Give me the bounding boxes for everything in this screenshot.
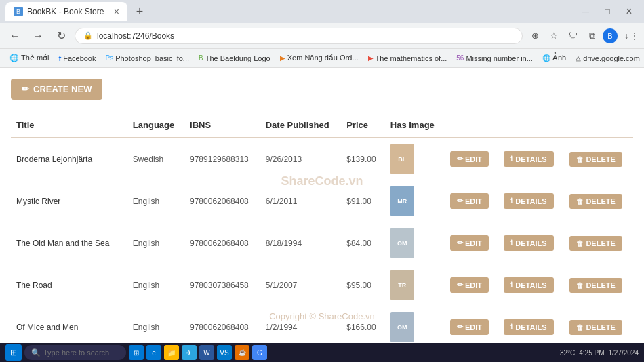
col-ibns: IBNS [184, 113, 260, 138]
details-button[interactable]: ℹ DETAILS [504, 151, 553, 167]
back-button[interactable]: ← [5, 26, 24, 45]
edit-icon: ✏ [457, 281, 463, 289]
bookmark-anh-label: Ảnh [552, 54, 566, 62]
col-price: Price [341, 113, 385, 138]
translate-icon[interactable]: ⊕ [527, 28, 543, 44]
active-tab[interactable]: B BookBK - Book Store × [5, 2, 127, 21]
refresh-button[interactable]: ↻ [52, 26, 71, 45]
cell-ibns: 9780062068408 [184, 222, 260, 264]
bookmark-baeldung[interactable]: B The Baeldung Logo [195, 53, 275, 64]
browser-controls: ← → ↻ 🔒 localhost:7246/Books ⊕ ☆ 🛡 ⧉ B ↓… [0, 23, 644, 49]
bookmarks-bar: 🌐 Thẻ mới f Facebook Ps Photoshop_basic_… [0, 49, 644, 68]
bookmark-icon-new: 🌐 [9, 54, 19, 62]
create-btn-label: CREATE NEW [33, 84, 92, 94]
download-icon[interactable]: ↓ [624, 31, 628, 41]
cell-language: English [127, 306, 184, 344]
new-tab-button[interactable]: + [130, 2, 149, 21]
bookmark-math[interactable]: ▶ The mathematics of... [364, 53, 451, 64]
bookmark-yt-icon: ▶ [280, 54, 285, 62]
taskbar-icon-telegram[interactable]: ✈ [182, 345, 197, 360]
delete-icon: 🗑 [576, 239, 584, 247]
details-button[interactable]: ℹ DETAILS [504, 193, 553, 209]
taskbar-date: 1/27/2024 [609, 349, 639, 357]
cell-ibns: 9780307386458 [184, 264, 260, 306]
settings-icon[interactable]: ⋮ [630, 31, 639, 41]
delete-icon: 🗑 [576, 155, 584, 163]
table-row: The Road English 9780307386458 5/1/2007 … [11, 264, 633, 306]
delete-button[interactable]: 🗑 DELETE [569, 194, 622, 209]
col-title: Title [11, 113, 127, 138]
details-icon: ℹ [510, 197, 513, 205]
cell-price: $91.00 [341, 180, 385, 222]
shield-icon[interactable]: 🛡 [565, 28, 581, 44]
details-icon: ℹ [510, 281, 513, 289]
taskbar-icon-word[interactable]: W [199, 345, 214, 360]
minimize-button[interactable]: ─ [576, 2, 595, 21]
bookmark-label: Thẻ mới [21, 54, 49, 62]
col-delete [564, 113, 633, 138]
delete-button[interactable]: 🗑 DELETE [569, 320, 622, 335]
start-button[interactable]: ⊞ [5, 344, 22, 361]
taskbar-search-bar[interactable]: 🔍 [24, 345, 126, 360]
book-cover-image: OM [397, 240, 407, 247]
edit-icon: ✏ [457, 323, 463, 331]
delete-icon: 🗑 [576, 281, 584, 289]
bookmark-xem[interactable]: ▶ Xem Nâng dầu Ord... [276, 52, 363, 64]
delete-button[interactable]: 🗑 DELETE [569, 152, 622, 167]
cell-title: Of Mice and Men [11, 306, 127, 344]
taskbar-icon-chrome[interactable]: G [252, 345, 267, 360]
edit-button[interactable]: ✏ EDIT [450, 193, 489, 209]
taskbar-icon-edge[interactable]: e [146, 345, 161, 360]
book-cover-image: MR [397, 198, 407, 205]
bookmark-anh[interactable]: 🌐 Ảnh [538, 52, 570, 64]
bookmark-photoshop[interactable]: Ps Photoshop_basic_fo... [101, 53, 193, 64]
edit-button[interactable]: ✏ EDIT [450, 151, 489, 167]
cell-price: $84.00 [341, 222, 385, 264]
edit-button[interactable]: ✏ EDIT [450, 235, 489, 251]
cell-cover: OM [385, 222, 445, 264]
taskbar-icon-java[interactable]: ☕ [235, 345, 249, 360]
bookmark-drive[interactable]: △ drive.google.com [571, 53, 644, 64]
browser-action-buttons: ⊕ ☆ 🛡 ⧉ B [527, 28, 618, 44]
bookmark-facebook[interactable]: f Facebook [55, 53, 100, 64]
edit-button[interactable]: ✏ EDIT [450, 319, 489, 335]
cell-cover: OM [385, 306, 445, 344]
bookmark-missing[interactable]: 56 Missing number in... [452, 53, 537, 64]
delete-button[interactable]: 🗑 DELETE [569, 278, 622, 293]
maximize-button[interactable]: □ [598, 2, 617, 21]
bookmark-new[interactable]: 🌐 Thẻ mới [5, 52, 54, 64]
books-table: Title Language IBNS Date Published Price… [11, 113, 633, 343]
taskbar-icon-file[interactable]: 📁 [164, 345, 179, 360]
forward-button[interactable]: → [28, 26, 47, 45]
bookmark-b-label: The Baeldung Logo [205, 54, 270, 62]
details-button[interactable]: ℹ DETAILS [504, 277, 553, 293]
extension-icon[interactable]: ⧉ [584, 28, 600, 44]
create-new-button[interactable]: ✏ CREATE NEW [11, 79, 102, 100]
details-button[interactable]: ℹ DETAILS [504, 319, 553, 335]
delete-button[interactable]: 🗑 DELETE [569, 236, 622, 251]
taskbar-search-input[interactable] [43, 348, 111, 357]
col-details [498, 113, 564, 138]
bookmark-ps-icon: Ps [105, 54, 113, 62]
profile-icon[interactable]: B [603, 28, 618, 43]
details-button[interactable]: ℹ DETAILS [504, 235, 553, 251]
taskbar-icon-vscode[interactable]: VS [217, 345, 232, 360]
cell-details: ℹ DETAILS [498, 138, 564, 180]
taskbar-icon-windows[interactable]: ⊞ [129, 345, 144, 360]
close-window-button[interactable]: × [620, 2, 639, 21]
cell-price: $166.00 [341, 306, 385, 344]
cell-cover: MR [385, 180, 445, 222]
cell-date: 1/2/1994 [260, 306, 342, 344]
cell-delete: 🗑 DELETE [564, 222, 633, 264]
address-bar[interactable]: 🔒 localhost:7246/Books [75, 28, 523, 44]
cell-language: English [127, 264, 184, 306]
edit-button[interactable]: ✏ EDIT [450, 277, 489, 293]
tab-bar: B BookBK - Book Store × + ─ □ × [0, 0, 644, 23]
bookmark-ps-label: Photoshop_basic_fo... [115, 54, 189, 62]
bookmark-icon[interactable]: ☆ [546, 28, 562, 44]
cell-title: Mystic River [11, 180, 127, 222]
taskbar: ⊞ 🔍 ⊞ e 📁 ✈ W VS ☕ G 32°C 4:25 PM 1/27/2… [0, 343, 644, 362]
url-text: localhost:7246/Books [97, 31, 174, 41]
tab-close-button[interactable]: × [114, 6, 119, 17]
cell-date: 9/26/2013 [260, 138, 342, 180]
